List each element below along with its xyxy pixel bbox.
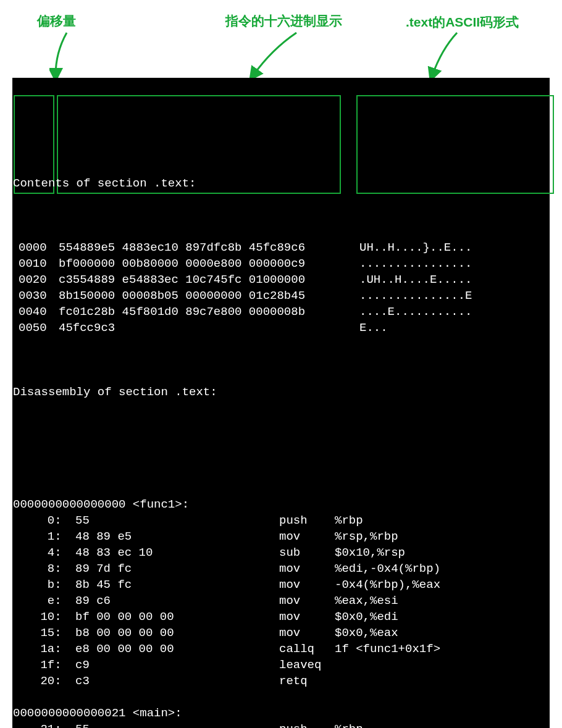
disasm-row: 1f:c9leaveq <box>12 657 550 673</box>
disasm-bytes: 48 83 ec 10 <box>75 545 153 561</box>
disasm-addr: 1f: <box>33 657 62 673</box>
disasm-mnemonic: leaveq <box>279 657 321 673</box>
disasm-mnemonic: sub <box>279 545 300 561</box>
disasm-addr: 15: <box>33 625 62 641</box>
disasm-operands: $0x0,%eax <box>335 625 398 641</box>
disasm-bytes: c9 <box>75 657 90 673</box>
disasm-bytes: 89 c6 <box>75 593 111 609</box>
disasm-addr: 20: <box>33 673 62 689</box>
hex-bytes: 45fcc9c3 <box>59 320 115 336</box>
hex-bytes: 8b150000 00008b05 00000000 01c28b45 <box>59 288 305 304</box>
disasm-bytes: e8 00 00 00 00 <box>75 641 174 657</box>
disasm-addr: e: <box>33 593 62 609</box>
disasm-operands: %eax,%esi <box>335 593 398 609</box>
hexdump-row: 0020c3554889 e54883ec 10c745fc 01000000.… <box>12 272 550 288</box>
disasm-bytes: c3 <box>75 673 90 689</box>
disasm-mnemonic: mov <box>279 593 300 609</box>
disasm-row: 1:48 89 e5mov%rsp,%rbp <box>12 529 550 545</box>
disasm-bytes: b8 00 00 00 00 <box>75 625 174 641</box>
disasm-addr: 10: <box>33 609 62 625</box>
hex-ascii: .UH..H....E..... <box>359 272 472 288</box>
disasm-operands: $0x0,%edi <box>335 609 398 625</box>
disasm-addr: 1a: <box>33 641 62 657</box>
disasm-mnemonic: mov <box>279 625 300 641</box>
disasm-operands: %rbp <box>335 513 363 529</box>
hexdump-row: 00308b150000 00008b05 00000000 01c28b45.… <box>12 288 550 304</box>
hex-offset: 0030 <box>19 288 47 304</box>
disasm-mnemonic: mov <box>279 609 300 625</box>
annotation-header: 偏移量 指令的十六进制显示 .text的ASCII码形式 <box>12 10 550 78</box>
disasm-bytes: 89 7d fc <box>75 561 132 577</box>
disasm-row: 0:55push%rbp <box>12 513 550 529</box>
disasm-bytes: 55 <box>75 513 90 529</box>
disasm-operands: %rbp <box>335 721 363 728</box>
disasm-mnemonic: mov <box>279 561 300 577</box>
disasm-addr: 0: <box>33 513 62 529</box>
disasm-mnemonic: mov <box>279 529 300 545</box>
arrow-hex-icon <box>247 31 303 79</box>
disasm-addr: 8: <box>33 561 62 577</box>
hex-ascii: ...............E <box>359 288 472 304</box>
hex-bytes: c3554889 e54883ec 10c745fc 01000000 <box>59 272 305 288</box>
disasm-row: 20:c3retq <box>12 673 550 689</box>
section-header: Contents of section .text: <box>12 175 196 191</box>
disasm-header: Disassembly of section .text: <box>12 384 217 400</box>
hex-bytes: fc01c28b 45f801d0 89c7e800 0000008b <box>59 304 305 320</box>
disasm-operands: %edi,-0x4(%rbp) <box>335 561 440 577</box>
hex-offset: 0040 <box>19 304 47 320</box>
disasm-addr: 1: <box>33 529 62 545</box>
disasm-mnemonic: push <box>279 513 308 529</box>
hex-ascii: ....E........... <box>359 304 472 320</box>
disasm-mnemonic: push <box>279 721 308 728</box>
hex-offset: 0050 <box>19 320 47 336</box>
arrow-ascii-icon <box>426 31 463 79</box>
disasm-addr: 4: <box>33 545 62 561</box>
disasm-addr: b: <box>33 577 62 593</box>
hex-ascii: E... <box>359 320 388 336</box>
disasm-row: e:89 c6mov%eax,%esi <box>12 593 550 609</box>
disasm-bytes: bf 00 00 00 00 <box>75 609 174 625</box>
disasm-bytes: 8b 45 fc <box>75 577 132 593</box>
disasm-operands: 1f <func1+0x1f> <box>335 641 440 657</box>
disasm-mnemonic: mov <box>279 577 300 593</box>
hex-ascii: ................ <box>359 256 472 272</box>
disasm-row: 10:bf 00 00 00 00mov$0x0,%edi <box>12 609 550 625</box>
terminal-output: Contents of section .text: 0000554889e5 … <box>12 78 550 728</box>
disasm-bytes: 48 89 e5 <box>75 529 132 545</box>
label-ascii: .text的ASCII码形式 <box>406 14 519 31</box>
disasm-row: 15:b8 00 00 00 00mov$0x0,%eax <box>12 625 550 641</box>
disasm-mnemonic: callq <box>279 641 314 657</box>
function-header: 0000000000000021 <main>: <box>12 705 182 721</box>
hex-bytes: bf000000 00b80000 0000e800 000000c9 <box>59 256 305 272</box>
disasm-row: 4:48 83 ec 10sub$0x10,%rsp <box>12 545 550 561</box>
disasm-operands: %rsp,%rbp <box>335 529 398 545</box>
hexdump-row: 0000554889e5 4883ec10 897dfc8b 45fc89c6U… <box>12 240 550 256</box>
hex-bytes: 554889e5 4883ec10 897dfc8b 45fc89c6 <box>59 240 305 256</box>
hex-offset: 0020 <box>19 272 47 288</box>
hex-ascii: UH..H....}..E... <box>359 240 472 256</box>
disasm-operands: $0x10,%rsp <box>335 545 405 561</box>
disasm-addr: 21: <box>33 721 62 728</box>
disasm-operands: -0x4(%rbp),%eax <box>335 577 440 593</box>
hexdump-row: 0010bf000000 00b80000 0000e800 000000c9.… <box>12 256 550 272</box>
disasm-row: b:8b 45 fcmov-0x4(%rbp),%eax <box>12 577 550 593</box>
label-hex: 指令的十六进制显示 <box>225 12 342 30</box>
hex-offset: 0000 <box>19 240 47 256</box>
function-header: 0000000000000000 <func1>: <box>12 496 189 513</box>
disasm-mnemonic: retq <box>279 673 308 689</box>
disasm-row: 1a:e8 00 00 00 00callq1f <func1+0x1f> <box>12 641 550 657</box>
arrow-offset-icon <box>49 31 74 79</box>
label-offset: 偏移量 <box>37 12 76 30</box>
disasm-bytes: 55 <box>75 721 90 728</box>
hexdump-row: 005045fcc9c3E... <box>12 320 550 336</box>
hexdump-row: 0040fc01c28b 45f801d0 89c7e800 0000008b.… <box>12 304 550 320</box>
disasm-row: 21:55push%rbp <box>12 721 550 728</box>
hex-offset: 0010 <box>19 256 47 272</box>
disasm-row: 8:89 7d fcmov%edi,-0x4(%rbp) <box>12 561 550 577</box>
